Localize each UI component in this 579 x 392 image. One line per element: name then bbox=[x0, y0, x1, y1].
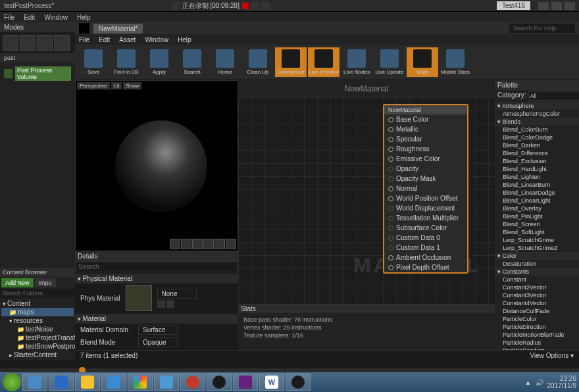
pause-record-icon[interactable] bbox=[251, 2, 259, 10]
vp-perspective[interactable]: Perspective bbox=[77, 82, 110, 89]
vp-shape-icon[interactable] bbox=[192, 239, 203, 249]
node-pin[interactable]: Pixel Depth Offset bbox=[384, 262, 467, 272]
folder-content[interactable]: ▾ Content bbox=[1, 299, 74, 308]
vp-shape-icon[interactable] bbox=[181, 239, 191, 249]
palette-item[interactable]: ParticleMotionBlurFade bbox=[495, 331, 579, 339]
folder-testsnow[interactable]: 📁 testSnowPostprocess bbox=[1, 342, 74, 351]
menu-edit[interactable]: Edit bbox=[24, 14, 35, 21]
palette-item[interactable]: Blend_Lighten bbox=[495, 173, 579, 181]
taskbar-item[interactable]: W bbox=[259, 374, 284, 391]
folder-resources[interactable]: ▾ resources bbox=[1, 316, 74, 325]
toolbar-live-update-button[interactable]: Live Update bbox=[374, 47, 405, 77]
landscape-mode-icon[interactable] bbox=[37, 35, 53, 51]
node-pin[interactable]: World Position Offset bbox=[384, 193, 467, 203]
palette-group[interactable]: ▾ Color bbox=[495, 252, 579, 260]
toolbar-live-nodes-button[interactable]: Live Nodes bbox=[341, 47, 372, 77]
view-options-button[interactable]: View Options ▾ bbox=[530, 352, 574, 359]
palette-item[interactable]: Constant bbox=[495, 276, 579, 283]
physmat-dropdown[interactable]: None bbox=[157, 289, 197, 299]
node-pin[interactable]: Roughness bbox=[384, 144, 467, 154]
ppv-row[interactable]: Post Process Volume bbox=[0, 62, 75, 85]
tray-date[interactable]: 2017/11/9 bbox=[547, 382, 577, 389]
physmat-thumb[interactable] bbox=[126, 285, 152, 311]
palette-group[interactable]: ▾ Atmosphere bbox=[495, 102, 579, 110]
tray-time[interactable]: 23:26 bbox=[547, 375, 577, 382]
menu-window[interactable]: Window bbox=[44, 14, 68, 21]
folder-startercontent[interactable]: ▸ StarterContent bbox=[1, 351, 74, 359]
mat-domain-dropdown[interactable]: Surface bbox=[138, 325, 178, 335]
start-button[interactable] bbox=[3, 373, 21, 391]
palette-item[interactable]: Blend_LinearBurn bbox=[495, 181, 579, 189]
physmat-section[interactable]: ▾ Physical Material bbox=[75, 274, 238, 283]
toolbar-stats-button[interactable]: Stats bbox=[407, 47, 438, 77]
toolbar-live-preview-button[interactable]: Live Preview bbox=[308, 47, 340, 77]
folder-testprojecttransform[interactable]: 📁 testProjectTransform bbox=[1, 333, 74, 342]
taskbar-item[interactable] bbox=[22, 374, 47, 391]
maximize-icon[interactable] bbox=[551, 2, 562, 10]
folder-testnoise[interactable]: 📁 testNoise bbox=[1, 325, 74, 333]
palette-cat-dropdown[interactable] bbox=[528, 91, 579, 101]
node-pin[interactable]: Opacity bbox=[384, 164, 467, 174]
node-pin[interactable]: Opacity Mask bbox=[384, 174, 467, 184]
palette-item[interactable]: Blend_LinearDodge bbox=[495, 189, 579, 197]
palette-item[interactable]: AtmosphericFogColor bbox=[495, 110, 579, 118]
vp-shape-icon[interactable] bbox=[226, 239, 236, 249]
emenu-file[interactable]: File bbox=[79, 36, 89, 43]
palette-item[interactable]: Blend_ColorBurn bbox=[495, 126, 579, 134]
toolbar-home-button[interactable]: Home bbox=[209, 47, 241, 77]
toolbar-search-button[interactable]: Search bbox=[176, 47, 208, 77]
palette-item[interactable]: Blend_Difference bbox=[495, 149, 579, 157]
material-viewport[interactable]: Perspective Lit Show bbox=[75, 80, 238, 251]
search-folders-input[interactable]: Search Folders bbox=[0, 289, 75, 298]
node-pin[interactable]: Ambient Occlusion bbox=[384, 253, 467, 262]
node-pin[interactable]: Base Color bbox=[384, 114, 467, 124]
place-mode-icon[interactable] bbox=[3, 35, 18, 51]
palette-item[interactable]: DistanceCullFade bbox=[495, 307, 579, 315]
tray-icon[interactable]: ▲ bbox=[525, 379, 532, 386]
taskbar-item[interactable] bbox=[128, 374, 153, 391]
node-pin[interactable]: Emissive Color bbox=[384, 154, 467, 164]
menu-help[interactable]: Help bbox=[77, 14, 91, 21]
node-pin[interactable]: Normal bbox=[384, 184, 467, 193]
palette-item[interactable]: Desaturation bbox=[495, 260, 579, 268]
palette-item[interactable]: Blend_SoftLight bbox=[495, 228, 579, 236]
material-section[interactable]: ▾ Material bbox=[75, 314, 238, 324]
browse-icon[interactable] bbox=[157, 300, 165, 308]
vp-shape-icon[interactable] bbox=[203, 239, 214, 249]
toolbar-find-in-cb-button[interactable]: Find in CB bbox=[111, 47, 142, 77]
emenu-edit[interactable]: Edit bbox=[99, 36, 110, 43]
folder-maps[interactable]: 📁 maps bbox=[1, 308, 74, 316]
node-pin[interactable]: Tessellation Multiplier bbox=[384, 213, 467, 223]
node-pin[interactable]: Specular bbox=[384, 134, 467, 144]
vp-lit[interactable]: Lit bbox=[111, 82, 122, 89]
material-node[interactable]: NewMaterial Base ColorMetallicSpecularRo… bbox=[383, 104, 468, 274]
vp-shape-icon[interactable] bbox=[214, 239, 225, 249]
graph-canvas[interactable]: MATERIAL NewMaterial Base ColorMetallicS… bbox=[238, 97, 495, 304]
rec-icon[interactable] bbox=[172, 2, 180, 10]
palette-item[interactable]: Constant2Vector bbox=[495, 283, 579, 291]
toolbar-clean-up-button[interactable]: Clean Up bbox=[242, 47, 274, 77]
taskbar-item[interactable] bbox=[207, 374, 232, 391]
blend-mode-dropdown[interactable]: Opaque bbox=[138, 337, 178, 347]
stop-record-icon[interactable] bbox=[242, 3, 249, 9]
node-pin[interactable]: World Displacement bbox=[384, 203, 467, 213]
palette-item[interactable]: Blend_HardLight bbox=[495, 165, 579, 173]
palette-group[interactable]: ▾ Constants bbox=[495, 268, 579, 276]
node-pin[interactable]: Subsurface Color bbox=[384, 223, 467, 233]
palette-item[interactable]: Blend_ColorDodge bbox=[495, 134, 579, 141]
reset-icon[interactable] bbox=[166, 300, 174, 308]
paint-mode-icon[interactable] bbox=[20, 35, 36, 51]
taskbar-item[interactable] bbox=[233, 374, 258, 391]
taskbar-item[interactable] bbox=[101, 374, 126, 391]
vp-show[interactable]: Show bbox=[123, 82, 141, 89]
toolbar-connectors-button[interactable]: Connectors bbox=[275, 47, 307, 77]
add-new-button[interactable]: Add New bbox=[1, 278, 34, 287]
editor-tab[interactable]: NewMaterial* bbox=[93, 24, 143, 34]
taskbar-item[interactable] bbox=[154, 374, 179, 391]
palette-item[interactable]: Blend_Overlay bbox=[495, 205, 579, 212]
taskbar-item[interactable] bbox=[49, 374, 74, 391]
palette-item[interactable]: ParticleDirection bbox=[495, 323, 579, 331]
toolbar-save-button[interactable]: Save bbox=[78, 47, 109, 77]
palette-item[interactable]: Constant3Vector bbox=[495, 291, 579, 299]
palette-item[interactable]: ParticleColor bbox=[495, 315, 579, 323]
